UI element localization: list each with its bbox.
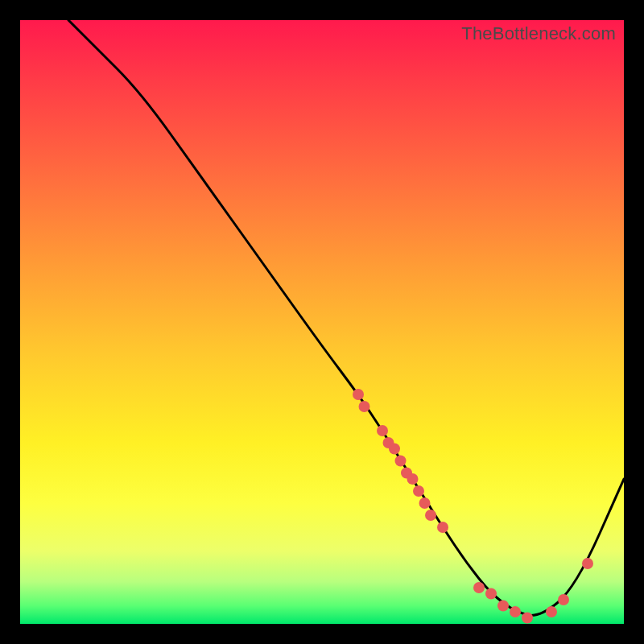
scatter-dot (473, 582, 485, 593)
scatter-dot (558, 594, 569, 605)
curve-line (68, 20, 624, 615)
chart-svg (20, 20, 624, 624)
scatter-dot (359, 401, 370, 412)
scatter-dot (546, 606, 557, 617)
scatter-dot (510, 606, 521, 617)
scatter-dot (395, 456, 407, 467)
scatter-dot (389, 444, 400, 455)
scatter-dot (413, 485, 424, 497)
plot-area: TheBottleneck.com (20, 20, 624, 624)
scatter-dot (419, 497, 431, 509)
scatter-dot (425, 510, 436, 521)
scatter-dot (353, 389, 364, 400)
scatter-dot (437, 522, 448, 533)
scatter-dot (582, 558, 593, 569)
scatter-dot (377, 425, 388, 436)
scatter-dots (353, 389, 593, 624)
scatter-dot (497, 601, 509, 612)
scatter-dot (485, 588, 497, 600)
scatter-dot (407, 473, 419, 485)
scatter-dot (522, 613, 533, 624)
